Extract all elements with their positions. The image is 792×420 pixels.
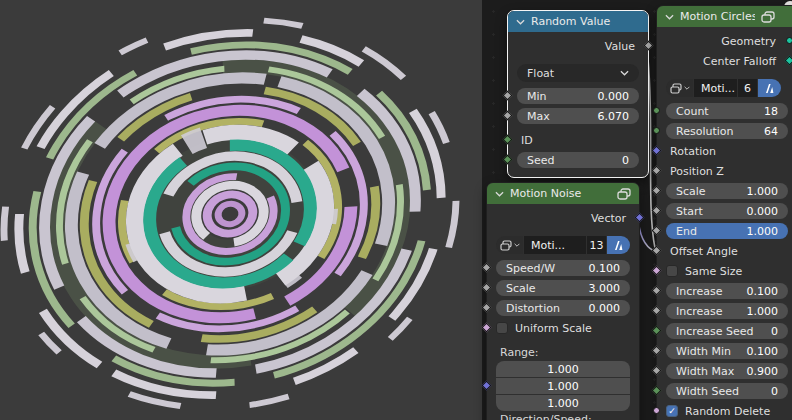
distortion-field[interactable]: Distortion 0.000	[496, 300, 630, 316]
count-label: Count	[676, 105, 709, 118]
range-vector-stack: 1.000 1.000 1.000	[496, 361, 630, 411]
datablock-browse-button[interactable]	[666, 79, 693, 97]
node-group-selector[interactable]: Moti... 13	[496, 236, 630, 254]
group-user-count[interactable]: 6	[738, 79, 757, 97]
node-motion-circles[interactable]: Motion Circles Geometry Center Falloff M…	[656, 5, 792, 420]
count-value: 18	[764, 105, 778, 118]
increase1-field[interactable]: Increase 0.100	[666, 283, 788, 299]
range-x-field[interactable]: 1.000	[496, 361, 630, 377]
node-group-selector[interactable]: Moti... 6	[666, 79, 781, 97]
increase1-value: 0.100	[747, 285, 779, 298]
datablock-icon	[670, 83, 682, 94]
node-header-motion-circles[interactable]: Motion Circles	[657, 6, 792, 27]
speed-w-row: Speed/W 0.100	[487, 258, 639, 278]
data-type-dropdown[interactable]: Float	[517, 64, 639, 82]
end-row: End 1.000	[657, 221, 792, 241]
random-delete-checkbox[interactable]: ✓	[666, 405, 678, 417]
width-seed-value: 0	[771, 385, 778, 398]
scale-field[interactable]: Scale 1.000	[666, 183, 788, 199]
range-z-value: 1.000	[547, 397, 579, 410]
width-seed-label: Width Seed	[676, 385, 739, 398]
distortion-value: 0.000	[589, 302, 621, 315]
increase1-row: Increase 0.100	[657, 281, 792, 301]
scale-field[interactable]: Scale 3.000	[496, 280, 630, 296]
min-label: Min	[527, 90, 547, 103]
output-row-center-falloff: Center Falloff	[657, 51, 792, 71]
random-delete-row: ✓ Random Delete	[657, 401, 792, 420]
increase-seed-value: 0	[771, 325, 778, 338]
same-size-label: Same Size	[685, 265, 742, 278]
viewport-render	[0, 0, 482, 420]
offset-angle-row: Offset Angle	[657, 241, 792, 261]
increase2-field[interactable]: Increase 1.000	[666, 303, 788, 319]
node-header-random-value[interactable]: Random Value	[508, 11, 648, 32]
output-row-value: Value	[508, 36, 648, 56]
collapse-chevron-icon[interactable]	[516, 19, 525, 25]
width-max-label: Width Max	[676, 365, 734, 378]
socket-geometry-output[interactable]	[786, 37, 792, 44]
distortion-label: Distortion	[506, 302, 560, 315]
same-size-checkbox[interactable]	[666, 265, 678, 277]
start-label: Start	[676, 205, 703, 218]
speed-w-field[interactable]: Speed/W 0.100	[496, 260, 630, 276]
width-min-label: Width Min	[676, 345, 731, 358]
resolution-field[interactable]: Resolution 64	[666, 123, 788, 139]
output-label-value: Value	[517, 40, 639, 53]
fake-user-icon	[613, 240, 624, 251]
socket-random-delete-input[interactable]	[653, 407, 660, 414]
increase2-value: 1.000	[747, 305, 779, 318]
rotation-row: Rotation	[657, 141, 792, 161]
increase-seed-field[interactable]: Increase Seed 0	[666, 323, 788, 339]
increase2-row: Increase 1.000	[657, 301, 792, 321]
node-motion-noise[interactable]: Motion Noise Vector Moti... 13	[486, 182, 640, 420]
output-label-geometry: Geometry	[666, 35, 788, 48]
collapse-chevron-icon[interactable]	[495, 191, 504, 197]
node-header-motion-noise[interactable]: Motion Noise	[487, 183, 639, 204]
socket-resolution-input[interactable]	[653, 127, 660, 134]
output-label-center-falloff: Center Falloff	[666, 55, 788, 68]
group-name-field[interactable]: Moti...	[524, 236, 586, 254]
width-min-field[interactable]: Width Min 0.100	[666, 343, 788, 359]
end-label: End	[676, 225, 697, 238]
id-row: ID	[508, 130, 648, 150]
seed-field[interactable]: Seed 0	[517, 152, 639, 168]
group-name-field[interactable]: Moti...	[694, 79, 737, 97]
count-field[interactable]: Count 18	[666, 103, 788, 119]
min-value: 0.000	[598, 90, 630, 103]
seed-label: Seed	[527, 154, 555, 167]
uniform-scale-row: Uniform Scale	[487, 318, 639, 338]
width-seed-row: Width Seed 0	[657, 381, 792, 401]
position-z-label: Position Z	[666, 165, 724, 178]
socket-count-input[interactable]	[653, 107, 660, 114]
range-z-field[interactable]: 1.000	[496, 395, 630, 411]
min-row: Min 0.000	[508, 86, 648, 106]
increase1-label: Increase	[676, 285, 723, 298]
increase2-label: Increase	[676, 305, 723, 318]
distortion-row: Distortion 0.000	[487, 298, 639, 318]
direction-speed-label-row: Direction/Speed:	[487, 412, 639, 420]
id-label: ID	[517, 134, 533, 147]
max-field[interactable]: Max 6.070	[517, 108, 639, 124]
min-field[interactable]: Min 0.000	[517, 88, 639, 104]
node-random-value[interactable]: Random Value Value Float Min 0.000 Max 6…	[507, 10, 649, 178]
scale-label: Scale	[676, 185, 706, 198]
speed-w-label: Speed/W	[506, 262, 555, 275]
random-delete-label: Random Delete	[685, 405, 770, 418]
fake-user-button[interactable]	[607, 236, 630, 254]
end-field[interactable]: End 1.000	[666, 223, 788, 239]
group-user-count[interactable]: 13	[587, 236, 606, 254]
collapse-chevron-icon[interactable]	[665, 14, 674, 20]
max-row: Max 6.070	[508, 106, 648, 126]
group-selector-row: Moti... 6	[657, 79, 792, 97]
range-y-field[interactable]: 1.000	[496, 378, 630, 394]
width-max-field[interactable]: Width Max 0.900	[666, 363, 788, 379]
datablock-browse-button[interactable]	[496, 236, 523, 254]
count-row: Count 18	[657, 101, 792, 121]
seed-row: Seed 0	[508, 150, 648, 170]
fake-user-button[interactable]	[758, 79, 781, 97]
uniform-scale-checkbox[interactable]	[496, 322, 508, 334]
chevron-down-icon	[514, 243, 520, 247]
start-field[interactable]: Start 0.000	[666, 203, 788, 219]
datablock-icon	[500, 240, 512, 251]
width-seed-field[interactable]: Width Seed 0	[666, 383, 788, 399]
